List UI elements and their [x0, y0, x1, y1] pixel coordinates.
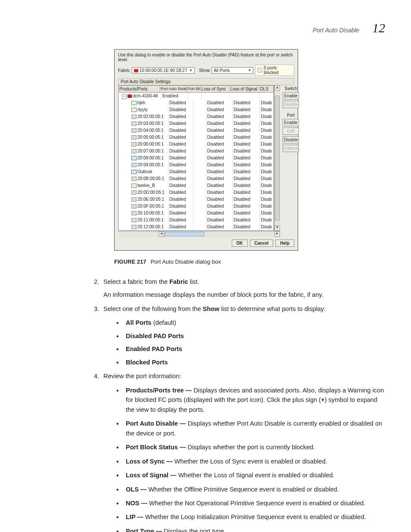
collapse-icon[interactable]: −	[122, 94, 127, 99]
step-list: Select a fabric from the Fabric list. An…	[101, 277, 385, 532]
switch-section-label: Switch	[283, 86, 299, 91]
cancel-button[interactable]: Cancel	[250, 240, 274, 247]
port-section-label: Port	[283, 113, 299, 118]
table-row[interactable]: 20:0E:00:05:1DisabledDisabledDisabledDis…	[118, 196, 274, 203]
device-icon	[128, 94, 132, 98]
port-icon	[131, 135, 137, 140]
table-row[interactable]: 20:12:00:05:1DisabledDisabledDisabledDis…	[118, 224, 274, 230]
switch-disable-button: Disable	[283, 101, 299, 108]
chapter-number: 12	[372, 21, 385, 35]
table-row[interactable]: 20:02:00:05:1DisabledDisabledDisabledDis…	[118, 113, 274, 120]
table-header: Products/Ports Port Auto Disable Port Bl…	[118, 86, 274, 93]
figure-caption: FIGURE 217Port Auto Disable dialog box	[114, 258, 385, 265]
show-label: Show	[199, 68, 210, 73]
table-row[interactable]: 20:0D:00:05:1DisabledDisabledDisabledDis…	[118, 189, 274, 196]
port-icon	[131, 128, 137, 133]
port-icon	[131, 184, 137, 188]
port-icon	[131, 204, 137, 208]
table-row[interactable]: 20:10:00:05:1DisabledDisabledDisabledDis…	[118, 210, 274, 217]
port-icon	[131, 177, 137, 181]
port-icon	[131, 149, 137, 153]
ports-blocked-badge: i 0 ports blocked	[255, 65, 294, 76]
fabric-label: Fabric	[118, 68, 130, 73]
pad-dialog: Use this dialog to enable or disable the…	[114, 49, 298, 251]
page-header: Port Auto Disable 12	[26, 21, 385, 35]
port-info-list: Products/Ports tree — Displays devices a…	[116, 386, 385, 532]
fabric-select[interactable]: 10:00:00:05:1E:90:1B:27 ▼	[132, 67, 195, 74]
port-icon	[131, 101, 137, 105]
help-button[interactable]: Help	[275, 240, 294, 247]
switch-icon	[134, 69, 138, 72]
port-edit-button: Edit	[283, 128, 299, 135]
table-row[interactable]: 20:09:00:05:1DisabledDisabledDisabledDis…	[118, 162, 274, 168]
step-2-note: An information message displays the numb…	[103, 290, 385, 299]
step-4: Review the port information: Products/Po…	[101, 371, 385, 532]
ok-button[interactable]: OK	[232, 240, 248, 247]
table-row[interactable]: rtyytyDisabledDisabledDisabledDisab	[118, 106, 274, 113]
port-icon	[131, 108, 137, 112]
port-unblock-button: Unblock	[283, 145, 299, 152]
table-row[interactable]: OutlookDisabledDisabledDisabledDisab	[118, 168, 274, 175]
dialog-intro: Use this dialog to enable or disable the…	[118, 53, 294, 62]
table-row[interactable]: 20:06:00:05:1DisabledDisabledDisabledDis…	[118, 141, 274, 148]
side-button-panel: Switch Enable Disable Port Enable Edit D…	[283, 85, 299, 237]
chevron-down-icon: ▼	[189, 68, 193, 72]
port-icon	[131, 218, 137, 222]
port-icon	[131, 170, 137, 174]
horizontal-scrollbar[interactable]: ◄ ►	[118, 231, 280, 237]
scroll-down-icon[interactable]: ▼	[274, 225, 280, 231]
vertical-scrollbar[interactable]: ▲ ▼	[274, 85, 280, 231]
table-row[interactable]: 20:0B:00:05:1DisabledDisabledDisabledDis…	[118, 175, 274, 182]
table-row[interactable]: hjkhDisabledDisabledDisabledDisab	[118, 100, 274, 106]
scroll-left-icon[interactable]: ◄	[159, 231, 164, 237]
port-icon	[131, 115, 137, 119]
table-row[interactable]: 20:03:00:05:1DisabledDisabledDisabledDis…	[118, 120, 274, 127]
table-row[interactable]: 20:08:00:05:1DisabledDisabledDisabledDis…	[118, 155, 274, 162]
port-disable-button[interactable]: Disable	[283, 136, 299, 143]
scroll-right-icon[interactable]: ►	[274, 231, 280, 237]
port-icon	[131, 190, 137, 195]
port-icon	[131, 163, 137, 167]
ports-table[interactable]: Products/Ports Port Auto Disable Port Bl…	[118, 85, 274, 231]
show-select[interactable]: All Ports ▼	[212, 67, 254, 74]
port-enable-button[interactable]: Enable	[283, 119, 299, 126]
table-row[interactable]: −dcm-4100-46Enabled	[118, 93, 274, 100]
port-icon	[131, 225, 137, 229]
port-icon	[131, 121, 137, 126]
port-icon	[131, 197, 137, 202]
table-row[interactable]: 20:11:00:05:1DisabledDisabledDisabledDis…	[118, 217, 274, 224]
show-options-list: All Ports (default) Disabled PAD Ports E…	[116, 318, 385, 367]
info-icon: i	[257, 68, 262, 73]
group-title: Port Auto Disable Settings	[118, 78, 294, 85]
table-row[interactable]: 20:04:00:05:1DisabledDisabledDisabledDis…	[118, 127, 274, 134]
header-title: Port Auto Disable	[313, 27, 359, 34]
table-row[interactable]: twelve_BDisabledDisabledDisabledDisab	[118, 182, 274, 189]
chevron-down-icon: ▼	[248, 68, 252, 72]
table-row[interactable]: 20:0F:00:05:1DisabledDisabledDisabledDis…	[118, 203, 274, 210]
step-2: Select a fabric from the Fabric list. An…	[101, 277, 385, 300]
table-row[interactable]: 20:05:00:05:1DisabledDisabledDisabledDis…	[118, 134, 274, 141]
port-icon	[131, 142, 137, 146]
port-icon	[131, 211, 137, 215]
port-icon	[131, 156, 137, 160]
scroll-up-icon[interactable]: ▲	[274, 85, 280, 91]
table-row[interactable]: 20:07:00:05:1DisabledDisabledDisabledDis…	[118, 148, 274, 155]
switch-enable-button[interactable]: Enable	[283, 92, 299, 100]
step-3: Select one of the following from the Sho…	[101, 304, 385, 367]
